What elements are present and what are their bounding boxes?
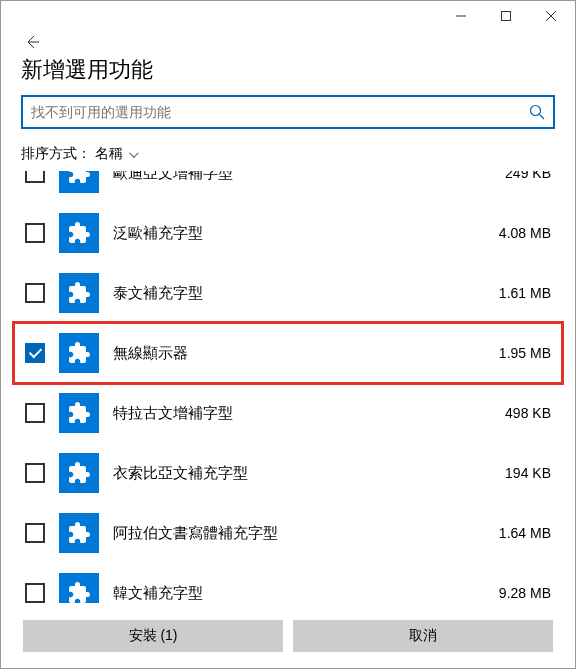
feature-row[interactable]: 衣索比亞文補充字型194 KB <box>1 443 575 503</box>
checkbox[interactable] <box>25 171 45 183</box>
cancel-button[interactable]: 取消 <box>293 620 553 652</box>
checkbox[interactable] <box>25 463 45 483</box>
page-title: 新增選用功能 <box>1 53 575 95</box>
back-button[interactable] <box>21 31 43 53</box>
feature-row[interactable]: 無線顯示器1.95 MB <box>1 323 575 383</box>
feature-row[interactable]: 泰文補充字型1.61 MB <box>1 263 575 323</box>
feature-size: 498 KB <box>481 405 551 421</box>
sort-label: 排序方式： <box>21 145 91 163</box>
puzzle-icon <box>59 513 99 553</box>
feature-row[interactable]: 特拉古文增補字型498 KB <box>1 383 575 443</box>
feature-size: 194 KB <box>481 465 551 481</box>
checkbox[interactable] <box>25 583 45 603</box>
search-input[interactable] <box>31 104 529 120</box>
puzzle-icon <box>59 213 99 253</box>
checkbox[interactable] <box>25 523 45 543</box>
feature-name: 無線顯示器 <box>113 344 467 363</box>
sort-value: 名稱 <box>95 145 123 163</box>
feature-size: 1.61 MB <box>481 285 551 301</box>
puzzle-icon <box>59 573 99 603</box>
feature-size: 1.64 MB <box>481 525 551 541</box>
close-button[interactable] <box>528 2 573 30</box>
puzzle-icon <box>59 453 99 493</box>
sort-row: 排序方式： 名稱 <box>1 141 575 171</box>
feature-size: 1.95 MB <box>481 345 551 361</box>
puzzle-icon <box>59 333 99 373</box>
checkbox[interactable] <box>25 343 45 363</box>
maximize-button[interactable] <box>483 2 528 30</box>
search-icon <box>529 104 545 120</box>
feature-name: 泛歐補充字型 <box>113 224 467 243</box>
feature-row[interactable]: 泛歐補充字型4.08 MB <box>1 203 575 263</box>
svg-rect-1 <box>501 12 510 21</box>
sort-dropdown[interactable]: 名稱 <box>95 145 136 163</box>
minimize-button[interactable] <box>438 2 483 30</box>
feature-name: 泰文補充字型 <box>113 284 467 303</box>
feature-row[interactable]: 韓文補充字型9.28 MB <box>1 563 575 603</box>
feature-list[interactable]: 歐迪亞文增補字型249 KB泛歐補充字型4.08 MB泰文補充字型1.61 MB… <box>1 171 575 603</box>
checkbox[interactable] <box>25 223 45 243</box>
chevron-down-icon <box>129 148 139 158</box>
feature-size: 9.28 MB <box>481 585 551 601</box>
feature-name: 特拉古文增補字型 <box>113 404 467 423</box>
feature-row[interactable]: 歐迪亞文增補字型249 KB <box>1 171 575 203</box>
feature-row[interactable]: 阿拉伯文書寫體補充字型1.64 MB <box>1 503 575 563</box>
checkbox[interactable] <box>25 403 45 423</box>
checkbox[interactable] <box>25 283 45 303</box>
svg-line-6 <box>540 115 545 120</box>
puzzle-icon <box>59 273 99 313</box>
feature-size: 249 KB <box>481 171 551 181</box>
feature-name: 韓文補充字型 <box>113 584 467 603</box>
install-button[interactable]: 安裝 (1) <box>23 620 283 652</box>
svg-point-5 <box>531 106 541 116</box>
titlebar <box>1 1 575 31</box>
feature-name: 衣索比亞文補充字型 <box>113 464 467 483</box>
puzzle-icon <box>59 171 99 193</box>
footer: 安裝 (1) 取消 <box>1 608 575 668</box>
feature-size: 4.08 MB <box>481 225 551 241</box>
feature-name: 阿拉伯文書寫體補充字型 <box>113 524 467 543</box>
search-box[interactable] <box>21 95 555 129</box>
puzzle-icon <box>59 393 99 433</box>
feature-name: 歐迪亞文增補字型 <box>113 171 467 183</box>
